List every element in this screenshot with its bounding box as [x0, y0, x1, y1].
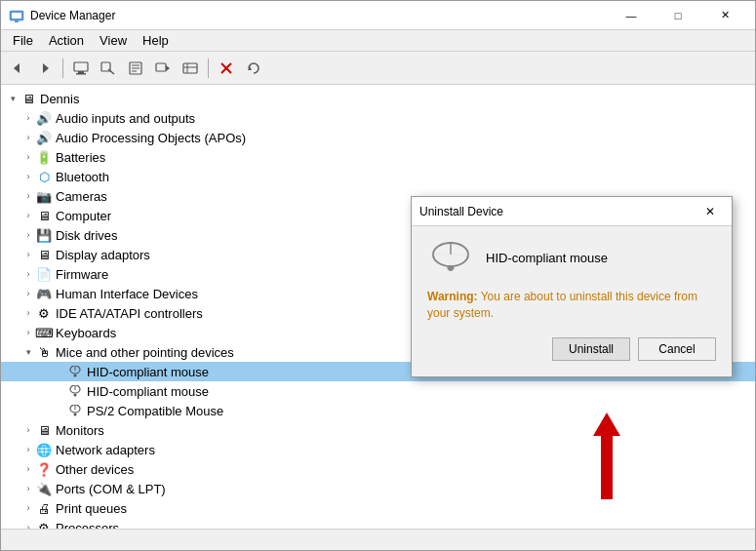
- disk-drives-label: Disk drives: [56, 228, 118, 243]
- expand-bluetooth[interactable]: ›: [20, 169, 36, 184]
- toolbar-forward[interactable]: [32, 56, 58, 81]
- expand-audio-inputs[interactable]: ›: [20, 110, 36, 126]
- cancel-button[interactable]: Cancel: [638, 337, 716, 361]
- dialog-warning: Warning: You are about to uninstall this…: [427, 289, 716, 322]
- toolbar-uninstall[interactable]: [214, 56, 239, 81]
- toolbar: [1, 52, 755, 85]
- audio-inputs-icon: 🔊: [36, 110, 52, 126]
- toolbar-show-hidden[interactable]: [178, 56, 203, 81]
- expand-disk-drives[interactable]: ›: [20, 227, 36, 243]
- network-icon: 🌐: [36, 442, 52, 457]
- computer-icon: 🖥: [20, 91, 36, 106]
- tree-item-other[interactable]: › ❓ Other devices: [1, 459, 755, 479]
- minimize-button[interactable]: —: [609, 1, 654, 30]
- tree-item-bluetooth[interactable]: › ⬡ Bluetooth: [1, 167, 755, 186]
- tree-item-processors[interactable]: › ⚙ Processors: [1, 518, 755, 529]
- dialog-title-bar: Uninstall Device ✕: [412, 197, 732, 226]
- hid-mouse-1-icon: [67, 364, 83, 379]
- display-adaptors-icon: 🖥: [36, 247, 52, 262]
- maximize-button[interactable]: □: [656, 1, 700, 30]
- batteries-icon: 🔋: [36, 149, 52, 165]
- expand-processors[interactable]: ›: [20, 520, 36, 529]
- dialog-warning-label: Warning:: [427, 290, 478, 303]
- tree-item-print-queues[interactable]: › 🖨 Print queues: [1, 498, 755, 518]
- other-label: Other devices: [56, 462, 134, 477]
- batteries-label: Batteries: [56, 150, 105, 165]
- expand-print-queues[interactable]: ›: [20, 500, 36, 516]
- svg-rect-6: [78, 71, 84, 73]
- expand-network[interactable]: ›: [20, 442, 36, 457]
- svg-marker-15: [166, 65, 170, 71]
- cameras-icon: 📷: [36, 188, 52, 204]
- toolbar-update-driver[interactable]: [150, 56, 176, 81]
- expand-firmware[interactable]: ›: [20, 266, 36, 282]
- processors-icon: ⚙: [36, 520, 52, 529]
- processors-label: Processors: [56, 521, 119, 530]
- expand-computer[interactable]: ›: [20, 208, 36, 223]
- expand-hid[interactable]: ›: [20, 286, 36, 301]
- ide-label: IDE ATA/ATAPI controllers: [56, 306, 203, 321]
- menu-help[interactable]: Help: [135, 31, 177, 50]
- tree-root[interactable]: ▾ 🖥 Dennis: [1, 89, 755, 108]
- svg-rect-2: [15, 20, 19, 22]
- ports-icon: 🔌: [36, 481, 52, 496]
- svg-rect-16: [183, 63, 197, 73]
- ports-label: Ports (COM & LPT): [56, 482, 166, 496]
- ps2-mouse-label: PS/2 Compatible Mouse: [87, 404, 223, 418]
- tree-item-batteries[interactable]: › 🔋 Batteries: [1, 147, 755, 167]
- svg-rect-7: [76, 73, 86, 75]
- expand-batteries[interactable]: ›: [20, 149, 36, 165]
- svg-point-27: [74, 394, 77, 397]
- close-button[interactable]: ✕: [702, 1, 747, 30]
- dialog-title: Uninstall Device: [419, 205, 696, 218]
- uninstall-dialog: Uninstall Device ✕ HID-compliant mouse W…: [411, 196, 733, 377]
- uninstall-button[interactable]: Uninstall: [552, 337, 630, 361]
- root-expand-icon[interactable]: ▾: [5, 91, 20, 106]
- device-manager-window: Device Manager — □ ✕ File Action View He…: [0, 0, 756, 551]
- tree-item-hid-mouse-2[interactable]: HID-compliant mouse: [1, 381, 755, 401]
- toolbar-properties[interactable]: [123, 56, 148, 81]
- root-label: Dennis: [40, 92, 79, 106]
- monitors-label: Monitors: [56, 423, 104, 438]
- disk-drives-icon: 💾: [36, 227, 52, 243]
- tree-item-ps2-mouse[interactable]: PS/2 Compatible Mouse: [1, 401, 755, 420]
- print-queues-label: Print queues: [56, 501, 127, 516]
- keyboards-label: Keyboards: [56, 326, 116, 340]
- tree-item-network[interactable]: › 🌐 Network adapters: [1, 440, 755, 459]
- audio-processing-icon: 🔊: [36, 130, 52, 145]
- app-icon: [9, 8, 24, 23]
- menu-action[interactable]: Action: [41, 31, 92, 50]
- menu-view[interactable]: View: [92, 31, 135, 50]
- toolbar-computer[interactable]: [68, 56, 94, 81]
- hid-mouse-1-label: HID-compliant mouse: [87, 365, 209, 379]
- tree-item-audio-inputs[interactable]: › 🔊 Audio inputs and outputs: [1, 108, 755, 128]
- svg-point-30: [74, 413, 77, 416]
- svg-rect-14: [156, 63, 166, 71]
- dialog-device-name: HID-compliant mouse: [486, 251, 608, 265]
- tree-item-ports[interactable]: › 🔌 Ports (COM & LPT): [1, 479, 755, 498]
- expand-other[interactable]: ›: [20, 461, 36, 477]
- expand-cameras[interactable]: ›: [20, 188, 36, 204]
- tree-item-audio-processing[interactable]: › 🔊 Audio Processing Objects (APOs): [1, 128, 755, 147]
- expand-ps2-mouse: [52, 403, 67, 418]
- keyboards-icon: ⌨: [36, 325, 52, 340]
- expand-audio-processing[interactable]: ›: [20, 130, 36, 145]
- bluetooth-icon: ⬡: [36, 169, 52, 184]
- hid-label: Human Interface Devices: [56, 287, 198, 301]
- hid-icon: 🎮: [36, 286, 52, 301]
- toolbar-refresh[interactable]: [241, 56, 266, 81]
- toolbar-scan[interactable]: [96, 56, 121, 81]
- ide-icon: ⚙: [36, 305, 52, 321]
- mice-icon: 🖱: [36, 344, 52, 360]
- expand-monitors[interactable]: ›: [20, 422, 36, 438]
- dialog-close-button[interactable]: ✕: [696, 200, 724, 223]
- menu-file[interactable]: File: [5, 31, 41, 50]
- toolbar-back[interactable]: [5, 56, 30, 81]
- expand-mice[interactable]: ▾: [20, 344, 36, 360]
- expand-ide[interactable]: ›: [20, 305, 36, 321]
- expand-ports[interactable]: ›: [20, 481, 36, 496]
- svg-marker-4: [43, 63, 49, 73]
- expand-display-adaptors[interactable]: ›: [20, 247, 36, 262]
- tree-item-monitors[interactable]: › 🖥 Monitors: [1, 420, 755, 440]
- computer-label: Computer: [56, 209, 111, 223]
